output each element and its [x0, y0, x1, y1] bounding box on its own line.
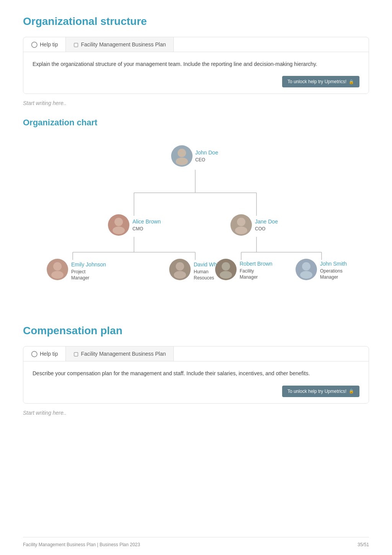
help-q-icon: ◯: [31, 41, 38, 48]
svg-point-14: [176, 158, 188, 165]
coo-name: Jane Doe: [255, 218, 278, 225]
comp-help-tip-tabs: ◯ Help tip ▢ Facility Management Busines…: [23, 346, 369, 361]
comp-help-tab-label: Help tip: [40, 351, 58, 357]
help-tip-content: Explain the organizational structure of …: [23, 52, 369, 94]
comp-unlock-help-button[interactable]: To unlock help try Upmetrics!: [282, 386, 359, 397]
svg-point-25: [176, 262, 184, 271]
comp-help-tip-text: Describe your compensation plan for the …: [33, 369, 359, 378]
comp-facility-tab-label: Facility Management Business Plan: [81, 351, 166, 357]
svg-point-22: [53, 262, 62, 271]
hr-role1: Human: [194, 269, 209, 274]
org-chart-container: John Doe CEO Alice Brown CMO Jane Doe CO…: [23, 139, 369, 302]
svg-point-26: [174, 271, 186, 279]
org-start-writing[interactable]: Start writing here..: [23, 100, 369, 106]
ceo-name: John Doe: [195, 149, 218, 156]
svg-point-17: [113, 227, 125, 234]
unlock-help-button[interactable]: To unlock help try Upmetrics!: [282, 76, 359, 87]
svg-point-13: [178, 149, 186, 157]
facility-plan-tab[interactable]: ▢ Facility Management Business Plan: [66, 37, 174, 52]
svg-point-28: [222, 262, 230, 271]
om-role2: Manager: [320, 274, 338, 280]
hr-role2: Resouces: [194, 275, 214, 281]
svg-point-19: [237, 218, 245, 226]
org-chart-title: Organization chart: [23, 118, 369, 128]
help-tip-tab[interactable]: ◯ Help tip: [23, 37, 66, 52]
fm-name: Robert Brown: [240, 261, 273, 267]
svg-point-20: [235, 227, 247, 234]
svg-point-32: [300, 271, 312, 279]
compensation-help-tip-box: ◯ Help tip ▢ Facility Management Busines…: [23, 346, 369, 403]
om-role1: Operations: [320, 268, 343, 274]
pm-name: Emily Johnson: [71, 261, 106, 268]
help-tip-text: Explain the organizational structure of …: [33, 60, 359, 68]
org-help-tip-box: ◯ Help tip ▢ Facility Management Busines…: [23, 37, 369, 94]
comp-doc-icon: ▢: [74, 351, 78, 357]
fm-role1: Facility: [240, 268, 254, 274]
footer-page-number: 35/51: [358, 542, 369, 547]
coo-role: COO: [255, 226, 265, 232]
cmo-role: CMO: [132, 226, 143, 232]
compensation-title: Compensation plan: [23, 325, 369, 337]
compensation-section: Compensation plan ◯ Help tip ▢ Facility …: [23, 325, 369, 415]
pm-role2: Manager: [71, 275, 89, 281]
om-name: John Smith: [320, 261, 347, 267]
svg-point-31: [302, 262, 310, 271]
comp-help-q-icon: ◯: [31, 350, 38, 357]
doc-icon: ▢: [74, 41, 78, 48]
comp-help-tip-content: Describe your compensation plan for the …: [23, 361, 369, 403]
help-tab-label: Help tip: [40, 41, 58, 48]
svg-point-23: [51, 271, 64, 279]
svg-point-16: [114, 218, 123, 226]
ceo-role: CEO: [195, 157, 205, 163]
footer-left-text: Facility Management Business Plan | Busi…: [23, 542, 140, 547]
org-structure-title: Organizational structure: [23, 15, 369, 28]
comp-help-tab[interactable]: ◯ Help tip: [23, 346, 66, 361]
org-chart-svg: John Doe CEO Alice Brown CMO Jane Doe CO…: [23, 139, 368, 300]
fm-role2: Manager: [240, 274, 258, 280]
cmo-name: Alice Brown: [132, 218, 161, 225]
pm-role1: Project: [71, 269, 86, 274]
page-footer: Facility Management Business Plan | Busi…: [23, 537, 369, 547]
svg-point-29: [220, 271, 232, 279]
comp-facility-tab[interactable]: ▢ Facility Management Business Plan: [66, 346, 174, 361]
comp-start-writing[interactable]: Start writing here..: [23, 410, 369, 416]
help-tip-tabs: ◯ Help tip ▢ Facility Management Busines…: [23, 37, 369, 52]
facility-tab-label: Facility Management Business Plan: [81, 41, 166, 48]
